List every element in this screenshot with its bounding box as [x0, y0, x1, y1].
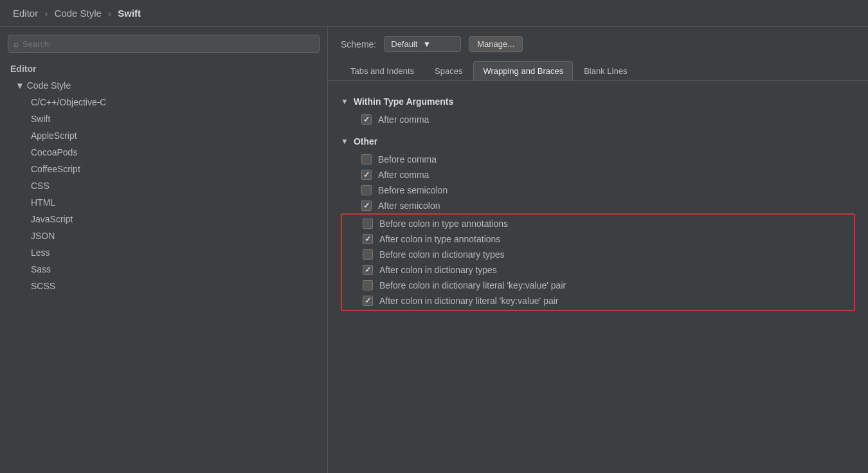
breadcrumb-swift: Swift [118, 8, 141, 19]
checkbox-after-comma-2[interactable] [361, 170, 372, 180]
checkbox-before-colon-dict[interactable] [363, 249, 373, 260]
sidebar-item-less[interactable]: Less [0, 244, 327, 261]
section-other: ▼ Other [341, 136, 855, 147]
row-after-colon-literal: After colon in dictionary literal 'key:v… [342, 293, 854, 308]
sidebar-item-codestyle[interactable]: ▼ Code Style [0, 77, 327, 94]
section-other-triangle-icon: ▼ [341, 137, 348, 146]
label-after-colon-literal: After colon in dictionary literal 'key:v… [379, 296, 558, 306]
label-after-comma-1: After comma [378, 114, 429, 125]
checkbox-after-colon-dict[interactable] [363, 265, 373, 275]
manage-button[interactable]: Manage... [469, 36, 523, 52]
tab-blank-lines[interactable]: Blank Lines [574, 61, 637, 80]
sidebar-item-scss[interactable]: SCSS [0, 278, 327, 294]
sidebar-item-cpp[interactable]: C/C++/Objective-C [0, 94, 327, 111]
breadcrumb: Editor › Code Style › Swift [13, 8, 141, 19]
row-after-comma-1: After comma [341, 112, 855, 127]
sidebar-section-editor: Editor [0, 60, 327, 77]
scheme-dropdown[interactable]: Default ▼ [384, 36, 461, 52]
scheme-label: Scheme: [341, 39, 376, 49]
label-after-comma-2: After comma [378, 170, 429, 180]
checkbox-after-colon-type[interactable] [363, 234, 373, 244]
tab-tabs-indents[interactable]: Tabs and Indents [341, 61, 424, 80]
highlighted-group: Before colon in type annotations After c… [341, 213, 855, 311]
search-input[interactable] [23, 39, 314, 49]
sidebar-item-swift[interactable]: Swift [0, 111, 327, 127]
checkbox-before-colon-type[interactable] [363, 219, 373, 229]
row-before-colon-literal: Before colon in dictionary literal 'key:… [342, 278, 854, 293]
label-before-semicolon: Before semicolon [378, 185, 448, 195]
triangle-icon: ▼ [15, 80, 24, 91]
sidebar-item-html[interactable]: HTML [0, 194, 327, 211]
sidebar-item-sass[interactable]: Sass [0, 261, 327, 278]
search-icon: ⌕ [14, 39, 19, 49]
row-before-colon-dict: Before colon in dictionary types [342, 247, 854, 262]
sidebar-item-applescript[interactable]: AppleScript [0, 127, 327, 144]
row-after-semicolon: After semicolon [341, 198, 855, 213]
label-after-colon-dict: After colon in dictionary types [379, 265, 497, 275]
checkbox-after-comma-1[interactable] [361, 114, 372, 125]
row-before-colon-type: Before colon in type annotations [342, 216, 854, 231]
checkbox-after-colon-literal[interactable] [363, 296, 373, 306]
checkbox-after-semicolon[interactable] [361, 201, 372, 211]
tabs-bar: Tabs and Indents Spaces Wrapping and Bra… [328, 61, 868, 81]
content-area: Scheme: Default ▼ Manage... Tabs and Ind… [328, 27, 868, 473]
checkbox-before-semicolon[interactable] [361, 185, 372, 195]
row-after-colon-type: After colon in type annotations [342, 231, 854, 247]
dropdown-arrow-icon: ▼ [422, 39, 431, 49]
sidebar-item-json[interactable]: JSON [0, 228, 327, 244]
sidebar: ⌕ Editor ▼ Code Style C/C++/Objective-C … [0, 27, 328, 473]
label-before-comma: Before comma [378, 154, 437, 165]
header: Editor › Code Style › Swift [0, 0, 868, 27]
label-after-colon-type: After colon in type annotations [379, 234, 500, 244]
row-after-colon-dict: After colon in dictionary types [342, 262, 854, 278]
row-after-comma-2: After comma [341, 167, 855, 183]
section-within-type-args-title: Within Type Arguments [354, 96, 453, 107]
settings-content: ▼ Within Type Arguments After comma ▼ Ot… [328, 81, 868, 321]
checkbox-before-comma[interactable] [361, 154, 372, 165]
sidebar-item-javascript[interactable]: JavaScript [0, 211, 327, 228]
search-bar[interactable]: ⌕ [8, 35, 320, 53]
section-within-type-args: ▼ Within Type Arguments [341, 96, 855, 107]
label-before-colon-literal: Before colon in dictionary literal 'key:… [379, 280, 566, 290]
row-before-semicolon: Before semicolon [341, 183, 855, 198]
checkbox-before-colon-literal[interactable] [363, 280, 373, 290]
tab-wrapping[interactable]: Wrapping and Braces [473, 61, 573, 80]
row-before-comma: Before comma [341, 152, 855, 167]
label-before-colon-type: Before colon in type annotations [379, 219, 508, 229]
label-before-colon-dict: Before colon in dictionary types [379, 249, 505, 260]
sidebar-item-css[interactable]: CSS [0, 177, 327, 194]
label-after-semicolon: After semicolon [378, 201, 440, 211]
sidebar-item-coffeescript[interactable]: CoffeeScript [0, 161, 327, 177]
scheme-value: Default [391, 39, 417, 49]
main-layout: ⌕ Editor ▼ Code Style C/C++/Objective-C … [0, 27, 868, 473]
breadcrumb-codestyle: Code Style [55, 8, 102, 19]
sidebar-item-cocoapods[interactable]: CocoaPods [0, 144, 327, 161]
scheme-row: Scheme: Default ▼ Manage... [328, 27, 868, 61]
section-other-title: Other [354, 136, 377, 147]
breadcrumb-editor: Editor [13, 8, 38, 19]
section-triangle-icon: ▼ [341, 97, 348, 106]
tab-spaces[interactable]: Spaces [425, 61, 472, 80]
